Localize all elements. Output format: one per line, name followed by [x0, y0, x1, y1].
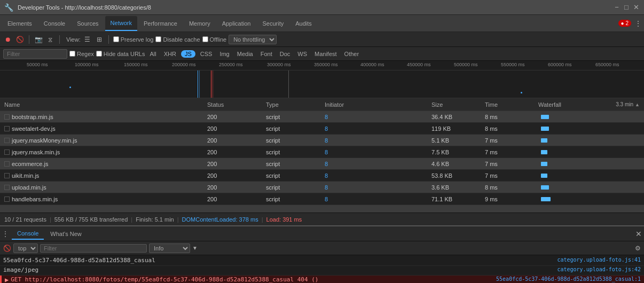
initiator-link-0[interactable]: 8 — [325, 114, 328, 120]
row-checkbox-3[interactable] — [4, 150, 10, 155]
drawer-tab-whats-new[interactable]: What's New — [45, 229, 87, 239]
table-row[interactable]: jquery.mask.min.js 200 script 8 7.5 KB 7… — [0, 146, 644, 158]
camera-button[interactable]: 📷 — [34, 35, 43, 44]
disable-cache-checkbox[interactable] — [155, 36, 161, 42]
row-waterfall-3 — [536, 146, 642, 158]
col-name[interactable]: Name — [2, 101, 205, 108]
console-clear-icon[interactable]: 🚫 — [3, 245, 11, 252]
sort-arrow: ▲ — [635, 102, 640, 107]
tab-security[interactable]: Security — [257, 16, 289, 31]
table-row[interactable]: handlebars.min.js 200 script 8 71.1 KB 9… — [0, 193, 644, 205]
regex-checkbox[interactable] — [69, 51, 75, 57]
row-checkbox-4[interactable] — [4, 161, 10, 167]
hide-data-urls-label[interactable]: Hide data URLs — [96, 51, 145, 57]
hide-data-urls-checkbox[interactable] — [96, 51, 102, 57]
col-type[interactable]: Type — [264, 101, 323, 108]
filter-media[interactable]: Media — [234, 50, 256, 58]
table-row[interactable]: uikit.min.js 200 script 8 53.8 KB 7 ms — [0, 170, 644, 182]
row-name-7: handlebars.min.js — [2, 196, 205, 202]
table-row[interactable]: jquery.maskMoney.min.js 200 script 8 5.1… — [0, 135, 644, 146]
console-msg-source-2[interactable]: category.upload-foto.js:42 — [557, 266, 641, 272]
filter-css[interactable]: CSS — [198, 50, 215, 58]
tab-elements[interactable]: Elements — [2, 16, 37, 31]
table-row[interactable]: ecommerce.js 200 script 8 4.6 KB 7 ms — [0, 158, 644, 170]
table-row[interactable]: bootstrap.min.js 200 script 8 36.4 KB 8 … — [0, 111, 644, 123]
offline-label[interactable]: Offline — [202, 36, 227, 43]
record-button[interactable]: ⏺ — [3, 35, 13, 44]
filter-input[interactable] — [3, 49, 67, 59]
tab-console[interactable]: Console — [38, 16, 70, 31]
list-view-button[interactable]: ☰ — [83, 35, 92, 44]
console-context-select[interactable]: top — [13, 243, 38, 253]
console-msg-text-3: GET http://localhost:8080/fotos/temp/55e… — [11, 276, 496, 283]
minimize-button[interactable]: − — [613, 4, 621, 11]
row-time-3: 7 ms — [483, 149, 536, 155]
tab-performance[interactable]: Performance — [138, 16, 183, 31]
drawer-tab-console[interactable]: Console — [12, 228, 44, 240]
row-checkbox-2[interactable] — [4, 138, 10, 143]
initiator-link-7[interactable]: 8 — [325, 196, 328, 202]
col-waterfall[interactable]: Waterfall 3.3 min ▲ — [536, 101, 642, 108]
table-row[interactable]: sweetalert-dev.js 200 script 8 119 KB 8 … — [0, 123, 644, 135]
col-status[interactable]: Status — [205, 101, 264, 108]
filter-xhr[interactable]: XHR — [161, 50, 179, 58]
console-filter-input[interactable] — [40, 244, 147, 253]
initiator-link-2[interactable]: 8 — [325, 137, 328, 144]
row-size-7: 71.1 KB — [429, 196, 483, 202]
console-msg-source-1[interactable]: category.upload-foto.js:41 — [557, 257, 641, 263]
initiator-link-1[interactable]: 8 — [325, 125, 328, 132]
drawer-menu-icon[interactable]: ⋮ — [2, 230, 9, 238]
row-status-7: 200 — [205, 196, 264, 202]
row-checkbox-6[interactable] — [4, 185, 10, 190]
preserve-log-label[interactable]: Preserve log — [113, 36, 154, 43]
error-link[interactable]: http://localhost:8080/fotos/temp/55ea0fc… — [25, 276, 294, 283]
console-msg-source-3[interactable]: 55ea0fcd-5c37-406d-988d-d52a812d5388_cas… — [496, 276, 641, 282]
detail-view-button[interactable]: ⊞ — [95, 35, 104, 44]
filter-ws[interactable]: WS — [295, 50, 310, 58]
col-size[interactable]: Size — [429, 101, 483, 108]
console-drawer-tabs: ⋮ Console What's New ✕ — [0, 226, 644, 241]
level-dropdown-icon[interactable]: ▼ — [192, 245, 198, 251]
regex-label[interactable]: Regex — [69, 51, 94, 57]
initiator-link-6[interactable]: 8 — [325, 184, 328, 191]
initiator-link-5[interactable]: 8 — [325, 172, 328, 179]
tab-application[interactable]: Application — [217, 16, 256, 31]
filter-img[interactable]: Img — [217, 50, 232, 58]
row-checkbox-7[interactable] — [4, 196, 10, 202]
filter-js[interactable]: JS — [181, 50, 195, 58]
drawer-close-button[interactable]: ✕ — [635, 230, 642, 238]
filter-doc[interactable]: Doc — [277, 50, 293, 58]
initiator-link-3[interactable]: 8 — [325, 149, 328, 155]
requests-count: 10 / 21 requests — [4, 216, 46, 223]
preserve-log-checkbox[interactable] — [113, 36, 119, 42]
maximize-button[interactable]: □ — [623, 4, 630, 11]
tab-network[interactable]: Network — [105, 16, 137, 31]
tab-sources[interactable]: Sources — [72, 16, 104, 31]
initiator-link-4[interactable]: 8 — [325, 161, 328, 167]
tab-memory[interactable]: Memory — [184, 16, 216, 31]
table-row[interactable]: upload.min.js 200 script 8 3.6 KB 8 ms — [0, 182, 644, 193]
clear-button[interactable]: 🚫 — [15, 35, 25, 44]
more-options-icon[interactable]: ⋮ — [634, 19, 642, 28]
row-checkbox-0[interactable] — [4, 114, 10, 120]
tab-audits[interactable]: Audits — [290, 16, 317, 31]
row-checkbox-5[interactable] — [4, 173, 10, 178]
col-time[interactable]: Time — [483, 101, 536, 108]
filter-font[interactable]: Font — [258, 50, 275, 58]
filter-manifest[interactable]: Manifest — [312, 50, 340, 58]
separator-2 — [59, 35, 60, 44]
offline-checkbox[interactable] — [202, 36, 208, 42]
col-initiator[interactable]: Initiator — [323, 101, 429, 108]
filter-other[interactable]: Other — [342, 50, 362, 58]
row-checkbox-1[interactable] — [4, 126, 10, 131]
level-select[interactable]: Info Verbose Warnings Errors — [149, 243, 190, 253]
filter-toggle-button[interactable]: ⧖ — [45, 35, 55, 44]
disable-cache-label[interactable]: Disable cache — [155, 36, 200, 43]
close-button[interactable]: ✕ — [632, 4, 640, 11]
console-settings-icon[interactable]: ⚙ — [635, 245, 641, 252]
row-size-2: 5.1 KB — [429, 137, 483, 144]
throttle-select[interactable]: No throttling — [229, 35, 277, 44]
filter-all[interactable]: All — [147, 50, 159, 58]
row-name-0: bootstrap.min.js — [2, 114, 205, 120]
row-waterfall-2 — [536, 135, 642, 146]
